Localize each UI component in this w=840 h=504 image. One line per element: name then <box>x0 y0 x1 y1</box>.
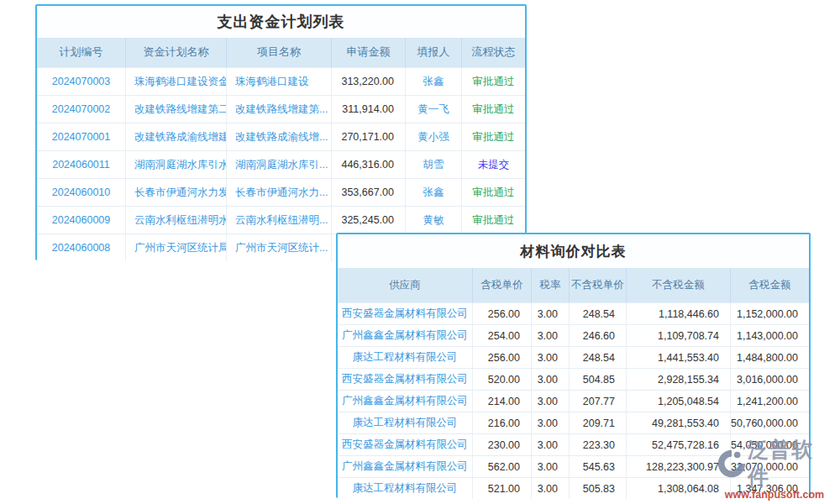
status-badge: 审批通过 <box>461 179 525 206</box>
plan-name-cell[interactable]: 改建铁路线增建第二... <box>125 96 226 123</box>
table-row[interactable]: 2024070001 改建铁路成渝线增建... 改建铁路成渝线增... 270,… <box>37 123 525 150</box>
plan-id-cell[interactable]: 2024060011 <box>37 151 125 178</box>
plan-name-cell[interactable]: 云南水利枢纽潜明水... <box>125 207 226 234</box>
price-excl-tax-cell: 504.85 <box>569 369 626 390</box>
amount-excl-tax-cell: 128,223,300.97 <box>626 456 730 477</box>
plan-id-cell[interactable]: 2024060008 <box>37 234 125 261</box>
table-row[interactable]: 西安盛器金属材料有限公司 520.00 3.00 504.85 2,928,15… <box>338 368 809 390</box>
amount-excl-tax-cell: 1,441,553.40 <box>626 347 730 368</box>
supplier-cell[interactable]: 广州鑫鑫金属材料有限公司 <box>338 391 472 412</box>
plan-col-amount: 申请金额 <box>331 38 405 67</box>
project-name-cell[interactable]: 改建铁路成渝线增... <box>226 123 331 150</box>
amount-cell: 325,245.00 <box>331 207 405 234</box>
plan-id-cell[interactable]: 2024070001 <box>37 123 125 150</box>
price-excl-tax-cell: 246.60 <box>569 325 626 346</box>
amount-cell: 311,914.00 <box>331 96 405 123</box>
plan-col-id: 计划编号 <box>37 38 125 67</box>
supplier-cell[interactable]: 康达工程材料有限公司 <box>338 412 472 433</box>
status-badge: 审批通过 <box>461 207 525 234</box>
price-incl-tax-cell: 214.00 <box>472 391 531 412</box>
amount-incl-tax-cell: 1,152,000.00 <box>730 303 809 324</box>
price-excl-tax-cell: 248.54 <box>569 347 626 368</box>
price-incl-tax-cell: 521.00 <box>472 478 531 499</box>
plan-id-cell[interactable]: 2024070003 <box>37 68 125 95</box>
table-row[interactable]: 康达工程材料有限公司 216.00 3.00 209.71 49,281,553… <box>338 412 809 433</box>
amount-excl-tax-cell: 2,928,155.34 <box>626 369 730 390</box>
reporter-cell: 黄敏 <box>405 207 461 234</box>
tax-rate-cell: 3.00 <box>531 434 569 455</box>
price-incl-tax-cell: 254.00 <box>472 325 531 346</box>
price-incl-tax-cell: 520.00 <box>472 369 531 390</box>
price-incl-tax-cell: 562.00 <box>472 456 531 477</box>
plan-name-cell[interactable]: 长春市伊通河水力发... <box>125 179 226 206</box>
tax-rate-cell: 3.00 <box>531 347 569 368</box>
tax-rate-cell: 3.00 <box>531 391 569 412</box>
table-row[interactable]: 2024060009 云南水利枢纽潜明水... 云南水利枢纽潜明... 325,… <box>37 206 525 234</box>
plan-table-title: 支出资金计划列表 <box>37 6 525 38</box>
tax-rate-cell: 3.00 <box>531 412 569 433</box>
project-name-cell[interactable]: 云南水利枢纽潜明... <box>226 207 331 234</box>
supplier-cell[interactable]: 西安盛器金属材料有限公司 <box>338 434 472 455</box>
plan-name-cell[interactable]: 湖南洞庭湖水库引水... <box>125 151 226 178</box>
status-badge: 审批通过 <box>461 123 525 150</box>
quote-col-amount-excl: 不含税金额 <box>626 268 730 302</box>
fanpu-logo-icon <box>716 448 748 480</box>
amount-excl-tax-cell: 1,118,446.60 <box>626 303 730 324</box>
plan-col-reporter: 填报人 <box>405 38 461 67</box>
quote-col-price-excl: 不含税单价 <box>569 268 626 302</box>
plan-table-header: 计划编号 资金计划名称 项目名称 申请金额 填报人 流程状态 <box>37 38 525 67</box>
watermark-url-text: www.fanpusoft.com <box>716 489 833 501</box>
reporter-cell: 黄一飞 <box>405 96 461 123</box>
plan-name-cell[interactable]: 改建铁路成渝线增建... <box>125 123 226 150</box>
price-incl-tax-cell: 256.00 <box>472 303 531 324</box>
quote-col-amount-incl: 含税金额 <box>730 268 809 302</box>
supplier-cell[interactable]: 康达工程材料有限公司 <box>338 478 472 499</box>
amount-cell: 270,171.00 <box>331 123 405 150</box>
plan-id-cell[interactable]: 2024070002 <box>37 96 125 123</box>
amount-cell: 313,220.00 <box>331 68 405 95</box>
watermark-brand-text: 泛普软件 <box>748 436 833 491</box>
table-row[interactable]: 2024070002 改建铁路线增建第二... 改建铁路线增建第... 311,… <box>37 95 525 123</box>
supplier-cell[interactable]: 广州鑫鑫金属材料有限公司 <box>338 325 472 346</box>
amount-excl-tax-cell: 1,205,048.54 <box>626 391 730 412</box>
project-name-cell[interactable]: 湖南洞庭湖水库引... <box>226 151 331 178</box>
plan-id-cell[interactable]: 2024060009 <box>37 207 125 234</box>
supplier-cell[interactable]: 广州鑫鑫金属材料有限公司 <box>338 456 472 477</box>
tax-rate-cell: 3.00 <box>531 478 569 499</box>
status-badge: 未提交 <box>461 151 525 178</box>
plan-name-cell[interactable]: 珠海鹤港口建设资金... <box>125 68 226 95</box>
reporter-cell: 张鑫 <box>405 68 461 95</box>
quote-table-header: 供应商 含税单价 税率 不含税单价 不含税金额 含税金额 <box>338 268 809 302</box>
supplier-cell[interactable]: 西安盛器金属材料有限公司 <box>338 369 472 390</box>
tax-rate-cell: 3.00 <box>531 325 569 346</box>
quote-col-supplier: 供应商 <box>338 268 472 302</box>
table-row[interactable]: 广州鑫鑫金属材料有限公司 214.00 3.00 207.77 1,205,04… <box>338 390 809 412</box>
table-row[interactable]: 2024070003 珠海鹤港口建设资金... 珠海鹤港口建设 313,220.… <box>37 67 525 95</box>
plan-id-cell[interactable]: 2024060010 <box>37 179 125 206</box>
supplier-cell[interactable]: 康达工程材料有限公司 <box>338 347 472 368</box>
plan-name-cell[interactable]: 广州市天河区统计局... <box>125 234 226 261</box>
table-row[interactable]: 2024060011 湖南洞庭湖水库引水... 湖南洞庭湖水库引... 446,… <box>37 150 525 178</box>
table-row[interactable]: 康达工程材料有限公司 256.00 3.00 248.54 1,441,553.… <box>338 346 809 368</box>
plan-col-status: 流程状态 <box>461 38 525 67</box>
status-badge: 审批通过 <box>461 96 525 123</box>
quote-table-title: 材料询价对比表 <box>338 234 809 268</box>
supplier-cell[interactable]: 西安盛器金属材料有限公司 <box>338 303 472 324</box>
project-name-cell[interactable]: 珠海鹤港口建设 <box>226 68 331 95</box>
amount-incl-tax-cell: 50,760,000.00 <box>730 412 809 433</box>
plan-col-name: 资金计划名称 <box>125 38 226 67</box>
table-row[interactable]: 西安盛器金属材料有限公司 256.00 3.00 248.54 1,118,44… <box>338 302 809 324</box>
plan-col-project: 项目名称 <box>226 38 331 67</box>
project-name-cell[interactable]: 长春市伊通河水力... <box>226 179 331 206</box>
amount-excl-tax-cell: 1,109,708.74 <box>626 325 730 346</box>
price-excl-tax-cell: 248.54 <box>569 303 626 324</box>
table-row[interactable]: 广州鑫鑫金属材料有限公司 254.00 3.00 246.60 1,109,70… <box>338 324 809 346</box>
expenditure-fund-plan-table: 支出资金计划列表 计划编号 资金计划名称 项目名称 申请金额 填报人 流程状态 … <box>35 4 527 260</box>
tax-rate-cell: 3.00 <box>531 369 569 390</box>
table-row[interactable]: 2024060010 长春市伊通河水力发... 长春市伊通河水力... 353,… <box>37 178 525 206</box>
project-name-cell[interactable]: 改建铁路线增建第... <box>226 96 331 123</box>
price-excl-tax-cell: 209.71 <box>569 412 626 433</box>
project-name-cell[interactable]: 广州市天河区统计... <box>226 234 331 261</box>
reporter-cell: 黄小强 <box>405 123 461 150</box>
price-excl-tax-cell: 505.83 <box>569 478 626 499</box>
